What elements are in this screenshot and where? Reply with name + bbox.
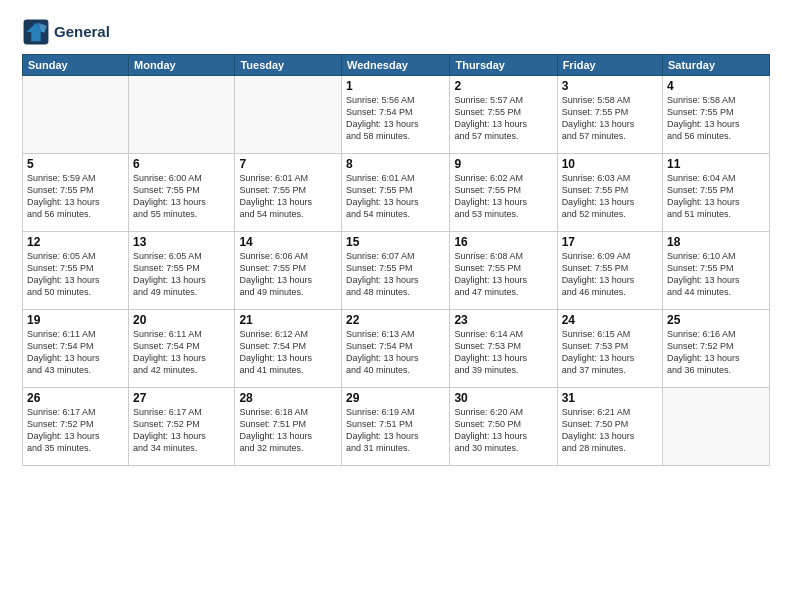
calendar-table: SundayMondayTuesdayWednesdayThursdayFrid… [22, 54, 770, 466]
day-info: Sunrise: 6:20 AM Sunset: 7:50 PM Dayligh… [454, 406, 552, 455]
calendar-cell: 2Sunrise: 5:57 AM Sunset: 7:55 PM Daylig… [450, 76, 557, 154]
day-number: 19 [27, 313, 124, 327]
calendar-cell [23, 76, 129, 154]
day-info: Sunrise: 6:10 AM Sunset: 7:55 PM Dayligh… [667, 250, 765, 299]
day-number: 26 [27, 391, 124, 405]
calendar-cell: 7Sunrise: 6:01 AM Sunset: 7:55 PM Daylig… [235, 154, 342, 232]
calendar-cell: 1Sunrise: 5:56 AM Sunset: 7:54 PM Daylig… [341, 76, 449, 154]
day-number: 1 [346, 79, 445, 93]
calendar-cell: 20Sunrise: 6:11 AM Sunset: 7:54 PM Dayli… [129, 310, 235, 388]
day-info: Sunrise: 6:06 AM Sunset: 7:55 PM Dayligh… [239, 250, 337, 299]
day-info: Sunrise: 6:17 AM Sunset: 7:52 PM Dayligh… [27, 406, 124, 455]
day-info: Sunrise: 5:58 AM Sunset: 7:55 PM Dayligh… [562, 94, 658, 143]
day-number: 16 [454, 235, 552, 249]
day-number: 23 [454, 313, 552, 327]
day-info: Sunrise: 6:11 AM Sunset: 7:54 PM Dayligh… [27, 328, 124, 377]
day-number: 10 [562, 157, 658, 171]
calendar-cell: 10Sunrise: 6:03 AM Sunset: 7:55 PM Dayli… [557, 154, 662, 232]
weekday-header-thursday: Thursday [450, 55, 557, 76]
day-number: 13 [133, 235, 230, 249]
day-info: Sunrise: 6:01 AM Sunset: 7:55 PM Dayligh… [239, 172, 337, 221]
calendar-cell: 3Sunrise: 5:58 AM Sunset: 7:55 PM Daylig… [557, 76, 662, 154]
weekday-header-row: SundayMondayTuesdayWednesdayThursdayFrid… [23, 55, 770, 76]
day-info: Sunrise: 5:56 AM Sunset: 7:54 PM Dayligh… [346, 94, 445, 143]
calendar-cell: 6Sunrise: 6:00 AM Sunset: 7:55 PM Daylig… [129, 154, 235, 232]
calendar-cell: 5Sunrise: 5:59 AM Sunset: 7:55 PM Daylig… [23, 154, 129, 232]
day-info: Sunrise: 6:05 AM Sunset: 7:55 PM Dayligh… [133, 250, 230, 299]
day-info: Sunrise: 6:19 AM Sunset: 7:51 PM Dayligh… [346, 406, 445, 455]
calendar-week-3: 12Sunrise: 6:05 AM Sunset: 7:55 PM Dayli… [23, 232, 770, 310]
day-info: Sunrise: 6:13 AM Sunset: 7:54 PM Dayligh… [346, 328, 445, 377]
day-info: Sunrise: 6:21 AM Sunset: 7:50 PM Dayligh… [562, 406, 658, 455]
calendar-cell: 8Sunrise: 6:01 AM Sunset: 7:55 PM Daylig… [341, 154, 449, 232]
weekday-header-sunday: Sunday [23, 55, 129, 76]
day-info: Sunrise: 6:05 AM Sunset: 7:55 PM Dayligh… [27, 250, 124, 299]
calendar-cell: 18Sunrise: 6:10 AM Sunset: 7:55 PM Dayli… [663, 232, 770, 310]
calendar-cell: 16Sunrise: 6:08 AM Sunset: 7:55 PM Dayli… [450, 232, 557, 310]
calendar-cell: 22Sunrise: 6:13 AM Sunset: 7:54 PM Dayli… [341, 310, 449, 388]
day-info: Sunrise: 5:59 AM Sunset: 7:55 PM Dayligh… [27, 172, 124, 221]
day-info: Sunrise: 6:01 AM Sunset: 7:55 PM Dayligh… [346, 172, 445, 221]
day-info: Sunrise: 6:00 AM Sunset: 7:55 PM Dayligh… [133, 172, 230, 221]
logo-area: General [22, 18, 110, 46]
day-number: 18 [667, 235, 765, 249]
day-number: 11 [667, 157, 765, 171]
calendar-cell: 23Sunrise: 6:14 AM Sunset: 7:53 PM Dayli… [450, 310, 557, 388]
day-number: 27 [133, 391, 230, 405]
calendar-cell: 4Sunrise: 5:58 AM Sunset: 7:55 PM Daylig… [663, 76, 770, 154]
calendar-cell: 14Sunrise: 6:06 AM Sunset: 7:55 PM Dayli… [235, 232, 342, 310]
logo-icon [22, 18, 50, 46]
calendar-cell: 17Sunrise: 6:09 AM Sunset: 7:55 PM Dayli… [557, 232, 662, 310]
calendar-cell: 28Sunrise: 6:18 AM Sunset: 7:51 PM Dayli… [235, 388, 342, 466]
calendar-cell: 15Sunrise: 6:07 AM Sunset: 7:55 PM Dayli… [341, 232, 449, 310]
calendar-cell: 30Sunrise: 6:20 AM Sunset: 7:50 PM Dayli… [450, 388, 557, 466]
day-info: Sunrise: 6:08 AM Sunset: 7:55 PM Dayligh… [454, 250, 552, 299]
day-info: Sunrise: 6:16 AM Sunset: 7:52 PM Dayligh… [667, 328, 765, 377]
calendar-cell: 31Sunrise: 6:21 AM Sunset: 7:50 PM Dayli… [557, 388, 662, 466]
day-info: Sunrise: 6:15 AM Sunset: 7:53 PM Dayligh… [562, 328, 658, 377]
day-number: 28 [239, 391, 337, 405]
weekday-header-monday: Monday [129, 55, 235, 76]
day-number: 7 [239, 157, 337, 171]
calendar-cell: 27Sunrise: 6:17 AM Sunset: 7:52 PM Dayli… [129, 388, 235, 466]
calendar-cell [129, 76, 235, 154]
weekday-header-wednesday: Wednesday [341, 55, 449, 76]
day-info: Sunrise: 6:18 AM Sunset: 7:51 PM Dayligh… [239, 406, 337, 455]
day-number: 4 [667, 79, 765, 93]
calendar-week-2: 5Sunrise: 5:59 AM Sunset: 7:55 PM Daylig… [23, 154, 770, 232]
page: General SundayMondayTuesdayWednesdayThur… [0, 0, 792, 612]
calendar-week-1: 1Sunrise: 5:56 AM Sunset: 7:54 PM Daylig… [23, 76, 770, 154]
calendar-cell: 9Sunrise: 6:02 AM Sunset: 7:55 PM Daylig… [450, 154, 557, 232]
day-info: Sunrise: 6:09 AM Sunset: 7:55 PM Dayligh… [562, 250, 658, 299]
day-info: Sunrise: 6:04 AM Sunset: 7:55 PM Dayligh… [667, 172, 765, 221]
day-info: Sunrise: 6:14 AM Sunset: 7:53 PM Dayligh… [454, 328, 552, 377]
calendar-cell: 11Sunrise: 6:04 AM Sunset: 7:55 PM Dayli… [663, 154, 770, 232]
calendar-cell: 29Sunrise: 6:19 AM Sunset: 7:51 PM Dayli… [341, 388, 449, 466]
calendar-cell [663, 388, 770, 466]
day-number: 31 [562, 391, 658, 405]
day-number: 6 [133, 157, 230, 171]
calendar-week-5: 26Sunrise: 6:17 AM Sunset: 7:52 PM Dayli… [23, 388, 770, 466]
calendar-cell: 24Sunrise: 6:15 AM Sunset: 7:53 PM Dayli… [557, 310, 662, 388]
calendar-week-4: 19Sunrise: 6:11 AM Sunset: 7:54 PM Dayli… [23, 310, 770, 388]
calendar-cell: 26Sunrise: 6:17 AM Sunset: 7:52 PM Dayli… [23, 388, 129, 466]
day-info: Sunrise: 6:02 AM Sunset: 7:55 PM Dayligh… [454, 172, 552, 221]
day-info: Sunrise: 5:58 AM Sunset: 7:55 PM Dayligh… [667, 94, 765, 143]
weekday-header-tuesday: Tuesday [235, 55, 342, 76]
day-info: Sunrise: 5:57 AM Sunset: 7:55 PM Dayligh… [454, 94, 552, 143]
day-number: 22 [346, 313, 445, 327]
day-number: 14 [239, 235, 337, 249]
day-number: 12 [27, 235, 124, 249]
calendar-cell: 19Sunrise: 6:11 AM Sunset: 7:54 PM Dayli… [23, 310, 129, 388]
day-number: 30 [454, 391, 552, 405]
day-number: 24 [562, 313, 658, 327]
weekday-header-friday: Friday [557, 55, 662, 76]
day-number: 21 [239, 313, 337, 327]
day-number: 8 [346, 157, 445, 171]
day-info: Sunrise: 6:11 AM Sunset: 7:54 PM Dayligh… [133, 328, 230, 377]
calendar-cell: 13Sunrise: 6:05 AM Sunset: 7:55 PM Dayli… [129, 232, 235, 310]
day-number: 17 [562, 235, 658, 249]
header-area: General [22, 18, 770, 46]
day-number: 29 [346, 391, 445, 405]
logo-text: General [54, 24, 110, 41]
